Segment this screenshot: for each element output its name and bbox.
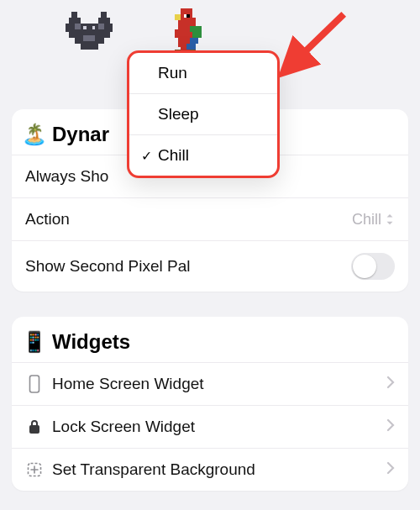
row-home-screen-widget[interactable]: Home Screen Widget — [12, 362, 408, 405]
svg-rect-28 — [30, 376, 39, 392]
arrow-annotation — [277, 5, 353, 81]
add-frame-icon — [25, 462, 44, 477]
svg-rect-4 — [66, 24, 113, 33]
row-show-second-pixel-pal: Show Second Pixel Pal — [12, 240, 408, 292]
svg-rect-22 — [175, 14, 181, 20]
chevron-right-icon — [386, 460, 395, 479]
svg-rect-8 — [75, 24, 81, 29]
row-action-value: Chill — [352, 211, 395, 229]
menu-item-run[interactable]: Run — [129, 53, 277, 93]
svg-rect-7 — [81, 44, 98, 50]
row-label: Home Screen Widget — [52, 375, 204, 393]
phone-emoji-icon: 📱 — [22, 330, 47, 354]
pixel-sprites-row — [0, 0, 420, 55]
show-second-toggle[interactable] — [351, 253, 395, 280]
row-label: Action — [25, 210, 70, 229]
row-label: Show Second Pixel Pal — [25, 257, 190, 276]
svg-rect-9 — [98, 24, 104, 29]
menu-item-sleep[interactable]: Sleep — [129, 93, 277, 134]
chevron-right-icon — [386, 375, 395, 393]
action-context-menu: Run Sleep ✓ Chill — [127, 50, 280, 178]
svg-rect-1 — [101, 12, 107, 18]
section-header-widgets: 📱 Widgets — [12, 317, 408, 362]
checkmark-icon: ✓ — [138, 148, 155, 164]
svg-rect-19 — [192, 32, 202, 38]
bat-pixel-sprite — [66, 8, 113, 55]
row-label: Set Transparent Background — [52, 460, 255, 479]
row-label: Always Sho — [25, 167, 108, 186]
menu-item-label: Sleep — [158, 105, 199, 124]
menu-item-label: Run — [158, 64, 187, 82]
action-value-text: Chill — [352, 211, 381, 229]
up-down-chevron-icon — [385, 213, 395, 225]
svg-rect-18 — [190, 26, 202, 32]
svg-rect-21 — [186, 44, 196, 50]
svg-rect-29 — [29, 425, 39, 434]
svg-rect-2 — [69, 18, 81, 24]
svg-rect-20 — [190, 38, 199, 44]
row-label: Lock Screen Widget — [52, 418, 195, 436]
row-action[interactable]: Action Chill — [12, 197, 408, 240]
section-title: Dynar — [52, 123, 109, 146]
phone-outline-icon — [25, 375, 44, 393]
svg-rect-24 — [186, 14, 190, 18]
lock-icon — [25, 418, 44, 435]
svg-line-27 — [292, 14, 344, 64]
parrot-pixel-sprite — [163, 8, 210, 55]
svg-rect-12 — [92, 26, 96, 29]
chevron-right-icon — [386, 418, 395, 436]
svg-rect-10 — [83, 35, 95, 41]
section-title: Widgets — [52, 330, 130, 354]
toggle-knob — [353, 255, 376, 278]
svg-rect-11 — [83, 26, 87, 29]
row-transparent-background[interactable]: Set Transparent Background — [12, 448, 408, 491]
menu-item-label: Chill — [158, 146, 189, 165]
svg-rect-3 — [98, 18, 110, 24]
row-lock-screen-widget[interactable]: Lock Screen Widget — [12, 405, 408, 448]
island-emoji-icon: 🏝️ — [22, 123, 47, 146]
widgets-settings-card: 📱 Widgets Home Screen Widget Lock Screen… — [12, 317, 408, 491]
svg-rect-0 — [71, 12, 77, 18]
menu-item-chill[interactable]: ✓ Chill — [129, 134, 277, 176]
